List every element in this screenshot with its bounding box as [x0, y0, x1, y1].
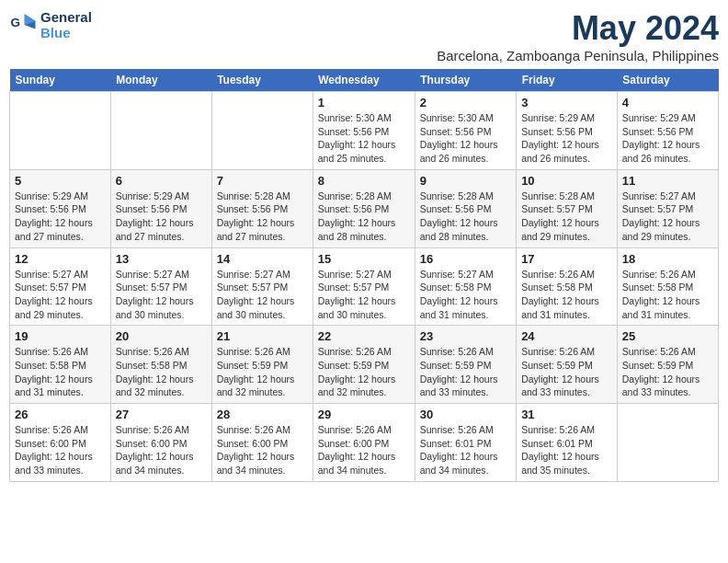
week-row-5: 26Sunrise: 5:26 AM Sunset: 6:00 PM Dayli… — [10, 404, 719, 482]
calendar-cell: 9Sunrise: 5:28 AM Sunset: 5:56 PM Daylig… — [415, 169, 516, 247]
day-number: 17 — [521, 252, 612, 266]
calendar-cell: 27Sunrise: 5:26 AM Sunset: 6:00 PM Dayli… — [110, 404, 211, 482]
calendar-cell: 3Sunrise: 5:29 AM Sunset: 5:56 PM Daylig… — [517, 92, 618, 170]
calendar-cell: 19Sunrise: 5:26 AM Sunset: 5:58 PM Dayli… — [10, 326, 111, 404]
svg-text:G: G — [11, 16, 21, 29]
day-info: Sunrise: 5:28 AM Sunset: 5:56 PM Dayligh… — [318, 190, 410, 244]
day-info: Sunrise: 5:28 AM Sunset: 5:56 PM Dayligh… — [420, 190, 511, 244]
day-info: Sunrise: 5:28 AM Sunset: 5:56 PM Dayligh… — [217, 190, 308, 244]
day-number: 29 — [318, 408, 410, 421]
week-row-1: 1Sunrise: 5:30 AM Sunset: 5:56 PM Daylig… — [10, 92, 719, 170]
calendar-cell — [211, 92, 313, 170]
day-info: Sunrise: 5:26 AM Sunset: 6:01 PM Dayligh… — [521, 423, 612, 477]
calendar-cell: 26Sunrise: 5:26 AM Sunset: 6:00 PM Dayli… — [10, 404, 111, 482]
calendar-cell: 4Sunrise: 5:29 AM Sunset: 5:56 PM Daylig… — [617, 92, 718, 170]
day-number: 23 — [420, 329, 511, 343]
day-number: 21 — [217, 329, 308, 343]
day-number: 24 — [521, 329, 612, 343]
calendar-cell: 10Sunrise: 5:28 AM Sunset: 5:57 PM Dayli… — [517, 169, 618, 247]
calendar-cell: 8Sunrise: 5:28 AM Sunset: 5:56 PM Daylig… — [313, 169, 415, 247]
day-number: 28 — [217, 408, 308, 421]
day-info: Sunrise: 5:26 AM Sunset: 5:58 PM Dayligh… — [15, 345, 106, 399]
day-number: 16 — [420, 252, 511, 266]
day-number: 14 — [217, 252, 308, 266]
calendar-cell: 13Sunrise: 5:27 AM Sunset: 5:57 PM Dayli… — [110, 247, 211, 326]
day-number: 4 — [622, 96, 713, 109]
month-year-title: May 2024 — [437, 9, 719, 48]
day-info: Sunrise: 5:26 AM Sunset: 6:01 PM Dayligh… — [420, 423, 511, 477]
day-info: Sunrise: 5:28 AM Sunset: 5:57 PM Dayligh… — [521, 190, 612, 244]
calendar-cell: 20Sunrise: 5:26 AM Sunset: 5:58 PM Dayli… — [110, 326, 211, 404]
day-info: Sunrise: 5:30 AM Sunset: 5:56 PM Dayligh… — [420, 111, 511, 166]
day-header-saturday: Saturday — [617, 69, 718, 92]
calendar-cell: 2Sunrise: 5:30 AM Sunset: 5:56 PM Daylig… — [415, 92, 516, 170]
day-info: Sunrise: 5:26 AM Sunset: 6:00 PM Dayligh… — [318, 423, 410, 477]
day-number: 10 — [521, 174, 612, 188]
day-info: Sunrise: 5:29 AM Sunset: 5:56 PM Dayligh… — [116, 190, 207, 244]
day-info: Sunrise: 5:30 AM Sunset: 5:56 PM Dayligh… — [318, 111, 410, 166]
day-info: Sunrise: 5:29 AM Sunset: 5:56 PM Dayligh… — [521, 111, 612, 166]
day-header-wednesday: Wednesday — [313, 69, 415, 92]
day-info: Sunrise: 5:27 AM Sunset: 5:58 PM Dayligh… — [420, 268, 511, 322]
day-info: Sunrise: 5:26 AM Sunset: 6:00 PM Dayligh… — [116, 423, 207, 477]
calendar-table: SundayMondayTuesdayWednesdayThursdayFrid… — [9, 69, 719, 482]
day-info: Sunrise: 5:29 AM Sunset: 5:56 PM Dayligh… — [622, 111, 713, 166]
calendar-cell: 23Sunrise: 5:26 AM Sunset: 5:59 PM Dayli… — [415, 326, 516, 404]
logo: G General Blue — [9, 9, 92, 40]
day-number: 26 — [15, 408, 106, 421]
days-of-week-row: SundayMondayTuesdayWednesdayThursdayFrid… — [10, 69, 719, 92]
calendar-cell: 24Sunrise: 5:26 AM Sunset: 5:59 PM Dayli… — [517, 326, 618, 404]
day-number: 27 — [116, 408, 207, 421]
day-info: Sunrise: 5:27 AM Sunset: 5:57 PM Dayligh… — [217, 268, 308, 322]
day-info: Sunrise: 5:26 AM Sunset: 6:00 PM Dayligh… — [15, 423, 106, 477]
calendar-cell: 16Sunrise: 5:27 AM Sunset: 5:58 PM Dayli… — [415, 247, 516, 326]
calendar-cell: 22Sunrise: 5:26 AM Sunset: 5:59 PM Dayli… — [313, 326, 415, 404]
day-info: Sunrise: 5:26 AM Sunset: 5:59 PM Dayligh… — [521, 345, 612, 399]
day-number: 7 — [217, 174, 308, 188]
day-number: 31 — [521, 408, 612, 421]
day-header-monday: Monday — [110, 69, 211, 92]
logo-text: General Blue — [40, 9, 92, 40]
calendar-cell: 12Sunrise: 5:27 AM Sunset: 5:57 PM Dayli… — [10, 247, 111, 326]
calendar-cell: 21Sunrise: 5:26 AM Sunset: 5:59 PM Dayli… — [211, 326, 313, 404]
calendar-cell — [10, 92, 111, 170]
day-number: 13 — [116, 252, 207, 266]
day-number: 8 — [318, 174, 410, 188]
day-header-sunday: Sunday — [10, 69, 111, 92]
location-subtitle: Barcelona, Zamboanga Peninsula, Philippi… — [437, 48, 719, 63]
calendar-cell: 6Sunrise: 5:29 AM Sunset: 5:56 PM Daylig… — [110, 169, 211, 247]
day-number: 25 — [622, 329, 713, 343]
logo-icon: G — [9, 11, 37, 39]
day-info: Sunrise: 5:26 AM Sunset: 5:58 PM Dayligh… — [521, 268, 612, 322]
day-info: Sunrise: 5:26 AM Sunset: 6:00 PM Dayligh… — [217, 423, 308, 477]
title-area: May 2024 Barcelona, Zamboanga Peninsula,… — [437, 9, 719, 63]
calendar-cell: 31Sunrise: 5:26 AM Sunset: 6:01 PM Dayli… — [517, 404, 618, 482]
week-row-2: 5Sunrise: 5:29 AM Sunset: 5:56 PM Daylig… — [10, 169, 719, 247]
day-info: Sunrise: 5:26 AM Sunset: 5:59 PM Dayligh… — [318, 345, 410, 399]
day-number: 11 — [622, 174, 713, 188]
day-header-thursday: Thursday — [415, 69, 516, 92]
header: G General Blue May 2024 Barcelona, Zambo… — [9, 9, 719, 63]
day-info: Sunrise: 5:26 AM Sunset: 5:59 PM Dayligh… — [622, 345, 713, 399]
calendar-cell — [110, 92, 211, 170]
day-info: Sunrise: 5:27 AM Sunset: 5:57 PM Dayligh… — [318, 268, 410, 322]
calendar-cell: 30Sunrise: 5:26 AM Sunset: 6:01 PM Dayli… — [415, 404, 516, 482]
day-number: 20 — [116, 329, 207, 343]
day-number: 1 — [318, 96, 410, 109]
day-info: Sunrise: 5:26 AM Sunset: 5:58 PM Dayligh… — [622, 268, 713, 322]
day-info: Sunrise: 5:26 AM Sunset: 5:58 PM Dayligh… — [116, 345, 207, 399]
day-info: Sunrise: 5:27 AM Sunset: 5:57 PM Dayligh… — [15, 268, 106, 322]
day-number: 6 — [116, 174, 207, 188]
calendar-cell: 14Sunrise: 5:27 AM Sunset: 5:57 PM Dayli… — [211, 247, 313, 326]
calendar-cell: 15Sunrise: 5:27 AM Sunset: 5:57 PM Dayli… — [313, 247, 415, 326]
calendar-cell: 5Sunrise: 5:29 AM Sunset: 5:56 PM Daylig… — [10, 169, 111, 247]
day-info: Sunrise: 5:26 AM Sunset: 5:59 PM Dayligh… — [217, 345, 308, 399]
day-header-friday: Friday — [517, 69, 618, 92]
day-number: 18 — [622, 252, 713, 266]
calendar-cell: 28Sunrise: 5:26 AM Sunset: 6:00 PM Dayli… — [211, 404, 313, 482]
day-number: 2 — [420, 96, 511, 109]
day-number: 15 — [318, 252, 410, 266]
day-info: Sunrise: 5:29 AM Sunset: 5:56 PM Dayligh… — [15, 190, 106, 244]
calendar-cell: 17Sunrise: 5:26 AM Sunset: 5:58 PM Dayli… — [517, 247, 618, 326]
day-info: Sunrise: 5:26 AM Sunset: 5:59 PM Dayligh… — [420, 345, 511, 399]
